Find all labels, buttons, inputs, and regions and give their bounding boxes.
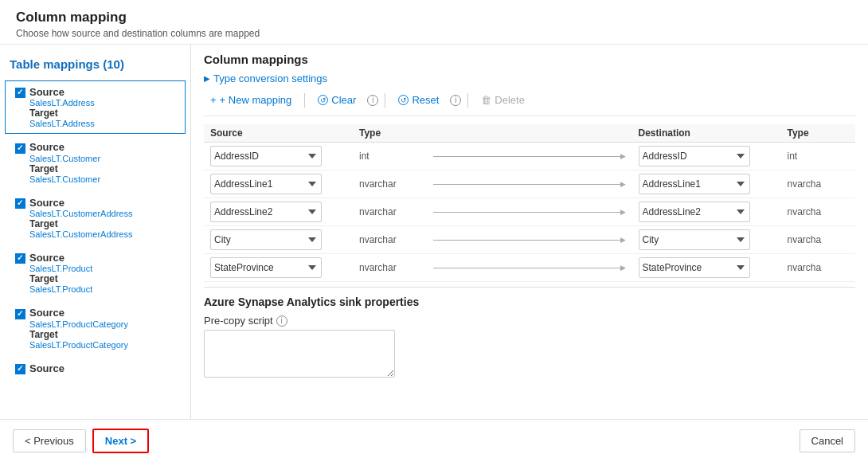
source-type-0: int [353,143,427,170]
source-name-1: SalesLT.Address [29,98,175,108]
mapping-arrow-0 [433,152,625,160]
mapping-item-3[interactable]: Source SalesLT.CustomerAddress Target Sa… [5,191,186,245]
left-panel: Table mappings (10) Source SalesLT.Addre… [0,45,191,419]
source-name-5: SalesLT.ProductCategory [29,319,175,329]
mapping-arrow-4 [433,264,625,272]
source-select-0[interactable]: AddressID [210,146,322,166]
page-subtitle: Choose how source and destination column… [16,28,852,39]
dest-type-2: nvarcha [781,198,856,226]
target-label-3: Target [29,218,175,229]
source-label-1: Source [29,86,65,98]
delete-icon: 🗑 [481,94,491,106]
pre-copy-script-input[interactable] [204,330,395,378]
table-mappings-title: Table mappings (10) [0,53,190,79]
dest-select-4[interactable]: StateProvince [639,257,750,278]
mapping-table: Source Type Destination Type AddressID i… [204,124,855,282]
pre-copy-script-label: Pre-copy script i [204,315,855,327]
clear-circle-icon: ↺ [318,95,328,105]
table-row: StateProvince nvarchar StateProvince nva… [204,254,855,282]
target-name-5: SalesLT.ProductCategory [29,340,175,350]
dest-select-0[interactable]: AddressID [639,146,750,166]
header-type: Type [353,124,427,143]
dest-type-0: int [781,143,856,170]
separator-1 [304,93,305,108]
source-name-3: SalesLT.CustomerAddress [29,209,175,218]
dest-select-1[interactable]: AddressLine1 [639,174,750,194]
source-name-4: SalesLT.Product [29,264,175,273]
mapping-item-1[interactable]: Source SalesLT.Address Target SalesLT.Ad… [5,80,186,134]
synapse-section: Azure Synapse Analytics sink properties … [204,287,855,380]
target-name-3: SalesLT.CustomerAddress [29,229,175,239]
target-name-2: SalesLT.Customer [29,174,175,184]
reset-icon: ↺ [398,95,409,105]
mapping-item-2[interactable]: Source SalesLT.Customer Target SalesLT.C… [5,135,186,189]
separator-3 [467,93,468,108]
dest-type-3: nvarcha [781,226,856,254]
dest-type-1: nvarcha [781,170,856,198]
header-arrow [427,124,631,143]
source-label-3: Source [29,197,65,209]
source-type-4: nvarchar [353,254,427,282]
mapping-arrow-3 [433,236,625,244]
header-dest-type: Type [781,124,856,143]
target-name-1: SalesLT.Address [29,119,175,128]
source-select-2[interactable]: AddressLine2 [210,202,322,222]
next-button[interactable]: Next > [92,429,149,453]
target-label-1: Target [29,108,175,119]
source-label-4: Source [29,252,65,264]
source-label-5: Source [29,307,65,319]
right-panel: Column mappings ▶ Type conversion settin… [191,45,868,419]
source-select-4[interactable]: StateProvince [210,257,322,278]
header-source: Source [204,124,353,143]
source-type-2: nvarchar [353,198,427,226]
mapping-arrow-1 [433,180,625,188]
cancel-button[interactable]: Cancel [800,429,855,452]
page-title: Column mapping [16,10,852,25]
chevron-right-icon: ▶ [204,74,210,83]
header-destination: Destination [632,124,781,143]
mapping-arrow-2 [433,208,625,216]
toolbar: + + New mapping ↺ Clear i ↺ Reset i 🗑 [204,91,855,116]
source-label-6: Source [29,362,65,374]
mapping-table-area: Source Type Destination Type AddressID i… [204,124,855,284]
pre-copy-info-icon[interactable]: i [276,315,287,327]
dest-type-4: nvarcha [781,254,856,282]
synapse-title: Azure Synapse Analytics sink properties [204,296,855,308]
source-label-2: Source [29,141,65,153]
reset-info-icon[interactable]: i [450,95,461,106]
table-row: City nvarchar City nvarcha [204,226,855,254]
column-mappings-title: Column mappings [204,53,855,66]
type-conversion-label: Type conversion settings [213,72,327,84]
mapping-item-4[interactable]: Source SalesLT.Product Target SalesLT.Pr… [5,246,186,300]
target-label-5: Target [29,329,175,340]
new-mapping-button[interactable]: + + New mapping [204,91,298,109]
clear-button[interactable]: ↺ Clear [311,91,362,109]
clear-info-icon[interactable]: i [367,95,378,106]
dest-select-2[interactable]: AddressLine2 [639,202,750,222]
target-label-4: Target [29,273,175,284]
dest-select-3[interactable]: City [639,229,750,250]
reset-button[interactable]: ↺ Reset [392,91,445,109]
table-row: AddressLine2 nvarchar AddressLine2 nvarc… [204,198,855,226]
source-select-1[interactable]: AddressLine1 [210,174,322,194]
table-row: AddressID int AddressID int [204,143,855,170]
table-row: AddressLine1 nvarchar AddressLine1 nvarc… [204,170,855,198]
previous-button[interactable]: < Previous [13,429,86,452]
type-conversion-settings[interactable]: ▶ Type conversion settings [204,72,855,84]
source-name-2: SalesLT.Customer [29,154,175,163]
separator-2 [385,93,385,108]
footer: < Previous Next > Cancel [0,419,868,462]
delete-button[interactable]: 🗑 Delete [475,91,531,109]
source-type-3: nvarchar [353,226,427,254]
mapping-item-5[interactable]: Source SalesLT.ProductCategory Target Sa… [5,301,186,354]
target-label-2: Target [29,163,175,174]
source-type-1: nvarchar [353,170,427,198]
mapping-item-6[interactable]: Source [5,357,186,380]
source-select-3[interactable]: City [210,229,322,250]
plus-icon: + [210,94,217,106]
target-name-4: SalesLT.Product [29,284,175,294]
